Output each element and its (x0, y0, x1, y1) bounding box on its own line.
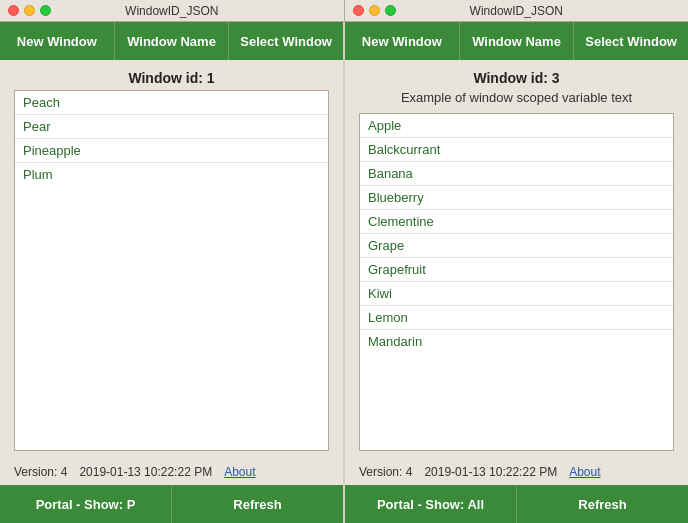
toolbar-2: New Window Window Name Select Window (343, 22, 688, 60)
about-link-1[interactable]: About (224, 465, 255, 479)
window-id-2: Window id: 3 (359, 70, 674, 86)
minimize-icon[interactable] (369, 5, 380, 16)
timestamp-2: 2019-01-13 10:22:22 PM (424, 465, 557, 479)
traffic-lights-1 (8, 5, 51, 16)
close-icon[interactable] (353, 5, 364, 16)
footer-1: Version: 4 2019-01-13 10:22:22 PM About (0, 459, 343, 485)
list-item[interactable]: Blueberry (360, 186, 673, 210)
version-label-2: Version: 4 (359, 465, 412, 479)
list-item[interactable]: Balckcurrant (360, 138, 673, 162)
window-title-2: WindowID_JSON (470, 4, 563, 18)
list-item[interactable]: Kiwi (360, 282, 673, 306)
refresh-button-1[interactable]: Refresh (172, 485, 343, 523)
title-bar-1: WindowID_JSON (0, 0, 344, 21)
new-window-button-1[interactable]: New Window (0, 22, 115, 60)
bottom-toolbar-1: Portal - Show: P Refresh (0, 485, 343, 523)
window-name-button-2[interactable]: Window Name (460, 22, 575, 60)
panel-1: Window id: 1 PeachPearPineapplePlum (0, 60, 343, 459)
toolbar-1: New Window Window Name Select Window (0, 22, 343, 60)
list-item[interactable]: Grapefruit (360, 258, 673, 282)
timestamp-1: 2019-01-13 10:22:22 PM (79, 465, 212, 479)
new-window-button-2[interactable]: New Window (345, 22, 460, 60)
title-bar-row: WindowID_JSON WindowID_JSON (0, 0, 688, 22)
window-subtitle-2: Example of window scoped variable text (359, 90, 674, 105)
footer-row: Version: 4 2019-01-13 10:22:22 PM About … (0, 459, 688, 485)
select-window-button-1[interactable]: Select Window (229, 22, 343, 60)
close-icon[interactable] (8, 5, 19, 16)
window-id-1: Window id: 1 (14, 70, 329, 86)
about-link-2[interactable]: About (569, 465, 600, 479)
list-item[interactable]: Banana (360, 162, 673, 186)
list-item[interactable]: Mandarin (360, 330, 673, 353)
list-item[interactable]: Pear (15, 115, 328, 139)
list-item[interactable]: Grape (360, 234, 673, 258)
select-window-button-2[interactable]: Select Window (574, 22, 688, 60)
list-item[interactable]: Apple (360, 114, 673, 138)
maximize-icon[interactable] (40, 5, 51, 16)
portal-show-button-1[interactable]: Portal - Show: P (0, 485, 172, 523)
version-label-1: Version: 4 (14, 465, 67, 479)
bottom-toolbar-2: Portal - Show: All Refresh (343, 485, 688, 523)
refresh-button-2[interactable]: Refresh (517, 485, 688, 523)
list-item[interactable]: Lemon (360, 306, 673, 330)
window-title-1: WindowID_JSON (125, 4, 218, 18)
minimize-icon[interactable] (24, 5, 35, 16)
listbox-1[interactable]: PeachPearPineapplePlum (14, 90, 329, 451)
traffic-lights-2 (353, 5, 396, 16)
portal-show-button-2[interactable]: Portal - Show: All (345, 485, 517, 523)
listbox-2[interactable]: AppleBalckcurrantBananaBlueberryClementi… (359, 113, 674, 451)
toolbar-row: New Window Window Name Select Window New… (0, 22, 688, 60)
main-row: Window id: 1 PeachPearPineapplePlum Wind… (0, 60, 688, 459)
list-item[interactable]: Clementine (360, 210, 673, 234)
maximize-icon[interactable] (385, 5, 396, 16)
list-item[interactable]: Plum (15, 163, 328, 186)
list-item[interactable]: Pineapple (15, 139, 328, 163)
list-item[interactable]: Peach (15, 91, 328, 115)
bottom-toolbar-row: Portal - Show: P Refresh Portal - Show: … (0, 485, 688, 523)
window-name-button-1[interactable]: Window Name (115, 22, 230, 60)
footer-2: Version: 4 2019-01-13 10:22:22 PM About (343, 459, 688, 485)
panel-2: Window id: 3 Example of window scoped va… (343, 60, 688, 459)
title-bar-2: WindowID_JSON (344, 0, 689, 21)
